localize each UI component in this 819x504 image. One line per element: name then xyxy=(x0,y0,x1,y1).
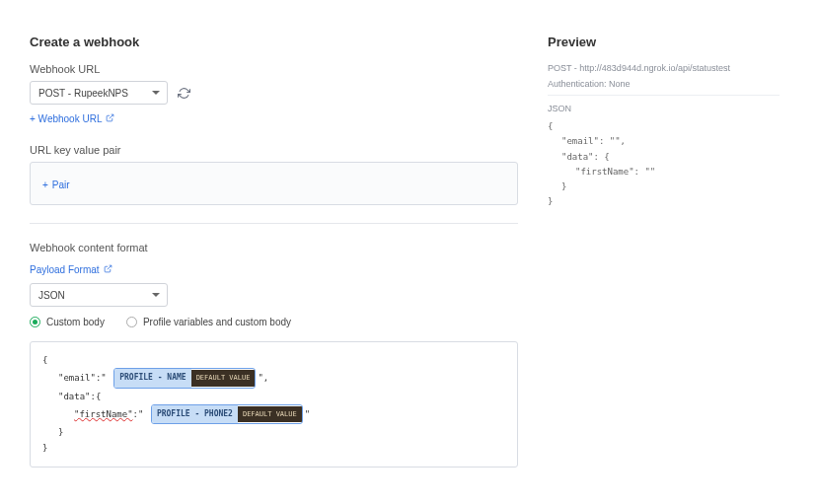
format-select[interactable]: JSON xyxy=(30,283,168,307)
code-line: } xyxy=(42,440,505,456)
refresh-icon[interactable] xyxy=(178,87,190,100)
url-kvp-label: URL key value pair xyxy=(30,144,518,156)
external-link-icon xyxy=(106,113,114,124)
webhook-url-select[interactable]: POST - RupeekNPS xyxy=(30,81,168,105)
external-link-icon xyxy=(104,264,112,275)
code-line: { xyxy=(42,352,505,368)
create-webhook-panel: Create a webhook Webhook URL POST - Rupe… xyxy=(30,35,518,485)
preview-title: Preview xyxy=(548,35,780,49)
variable-chip-profile-name[interactable]: PROFILE - NAME DEFAULT VALUE xyxy=(113,368,256,388)
page-title: Create a webhook xyxy=(30,35,518,49)
plus-icon: + xyxy=(42,180,48,190)
add-pair-button[interactable]: + Pair xyxy=(42,180,70,190)
preview-json-label: JSON xyxy=(548,104,780,113)
radio-custom-label: Custom body xyxy=(46,317,105,327)
variable-chip-profile-phone2[interactable]: PROFILE - PHONE2 DEFAULT VALUE xyxy=(151,404,303,424)
radio-custom-body[interactable]: Custom body xyxy=(30,317,105,327)
code-line: "data":{ xyxy=(42,389,505,404)
chip-label: PROFILE - PHONE2 xyxy=(152,405,238,423)
kvp-container: + Pair xyxy=(30,162,518,205)
webhook-url-label: Webhook URL xyxy=(30,63,518,75)
preview-request-line: POST - http://483d944d.ngrok.io/api/stat… xyxy=(548,63,780,73)
preview-panel: Preview POST - http://483d944d.ngrok.io/… xyxy=(548,35,780,485)
code-line: "firstName":" PROFILE - PHONE2 DEFAULT V… xyxy=(42,404,505,424)
body-editor[interactable]: { "email":" PROFILE - NAME DEFAULT VALUE… xyxy=(30,341,518,468)
preview-divider xyxy=(548,95,780,96)
code-line: "email":" PROFILE - NAME DEFAULT VALUE "… xyxy=(42,368,505,388)
section-divider xyxy=(30,223,518,224)
code-line: } xyxy=(42,424,505,440)
radio-unchecked-icon xyxy=(126,317,137,327)
payload-format-link[interactable]: Payload Format xyxy=(30,264,112,275)
add-webhook-url-link[interactable]: + Webhook URL xyxy=(30,113,114,124)
add-webhook-url-text: + Webhook URL xyxy=(30,113,102,124)
chip-label: PROFILE - NAME xyxy=(114,369,190,387)
preview-auth: Authentication: None xyxy=(548,79,780,89)
chip-default-badge: DEFAULT VALUE xyxy=(238,406,302,423)
pair-button-label: Pair xyxy=(52,180,70,190)
radio-profile-label: Profile variables and custom body xyxy=(143,317,291,327)
chip-default-badge: DEFAULT VALUE xyxy=(191,370,256,387)
payload-format-text: Payload Format xyxy=(30,264,100,275)
preview-json-body: { "email": "", "data": { "firstName": ""… xyxy=(548,119,780,210)
radio-profile-vars[interactable]: Profile variables and custom body xyxy=(126,317,291,327)
content-format-label: Webhook content format xyxy=(30,242,518,253)
radio-checked-icon xyxy=(30,317,40,327)
